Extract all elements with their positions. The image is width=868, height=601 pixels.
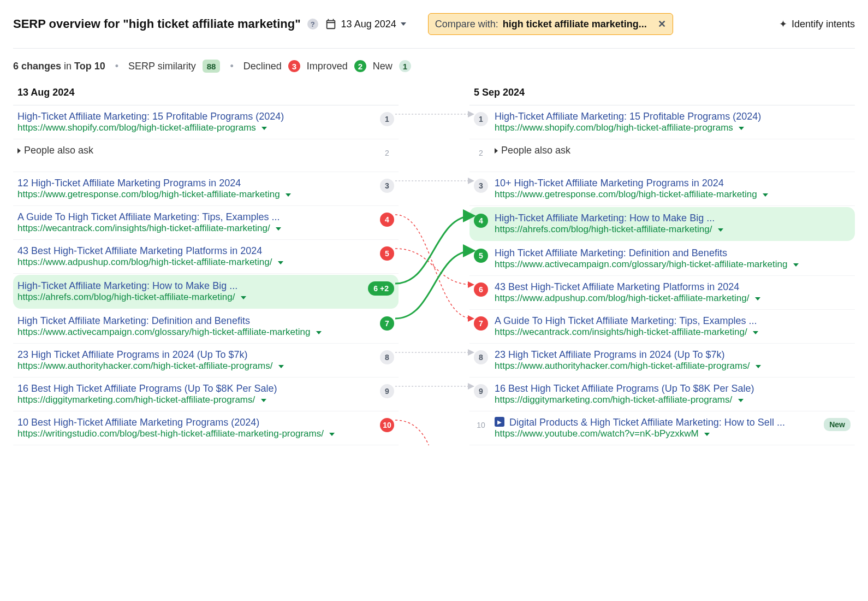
result-url[interactable]: https://wecantrack.com/insights/high-tic… <box>17 223 270 233</box>
caret-right-icon <box>17 148 21 154</box>
date-picker-value: 13 Aug 2024 <box>341 19 396 30</box>
chevron-down-icon[interactable] <box>278 261 283 264</box>
chevron-down-icon[interactable] <box>763 193 768 197</box>
result-title[interactable]: 16 Best High Ticket Affiliate Programs (… <box>495 383 851 394</box>
result-url[interactable]: https://www.shopify.com/blog/high-ticket… <box>495 122 733 133</box>
rank-badge: 7 <box>380 316 394 331</box>
result-title[interactable]: 10 Best High-Ticket Affiliate Marketing … <box>17 417 373 428</box>
date-picker[interactable]: 13 Aug 2024 <box>325 18 406 30</box>
result-url[interactable]: https://diggitymarketing.com/high-ticket… <box>495 394 732 405</box>
chevron-down-icon[interactable] <box>316 331 322 334</box>
rank-badge: 5 <box>380 246 394 261</box>
result-content: 43 Best High-Ticket Affiliate Marketing … <box>17 245 373 268</box>
declined-label: Declined <box>243 61 282 72</box>
result-url[interactable]: https://wecantrack.com/insights/high-tic… <box>495 327 747 337</box>
rank-badge: 3 <box>380 179 394 193</box>
close-icon[interactable]: ✕ <box>658 18 666 30</box>
result-title[interactable]: High Ticket Affiliate Marketing: Definit… <box>495 248 851 259</box>
result-url[interactable]: https://www.authorityhacker.com/high-tic… <box>495 361 750 371</box>
result-title[interactable]: High-Ticket Affiliate Marketing: How to … <box>495 213 851 224</box>
serp-result-row: 916 Best High Ticket Affiliate Programs … <box>13 378 399 411</box>
result-title[interactable]: A Guide To High Ticket Affiliate Marketi… <box>17 211 373 223</box>
result-title[interactable]: High-Ticket Affiliate Marketing: How to … <box>17 280 361 292</box>
result-url[interactable]: https://www.getresponse.com/blog/high-ti… <box>17 189 280 199</box>
chevron-down-icon[interactable] <box>261 399 266 402</box>
rank-badge: 10 <box>474 418 488 432</box>
result-content: High Ticket Affiliate Marketing: Definit… <box>17 315 373 338</box>
result-url[interactable]: https://www.activecampaign.com/glossary/… <box>17 327 310 337</box>
serp-result-row: 2People also ask <box>13 139 399 172</box>
chevron-down-icon[interactable] <box>278 365 284 368</box>
rank-badge: 1 <box>474 112 488 126</box>
chevron-down-icon[interactable] <box>261 127 267 130</box>
serp-result-row: 7High Ticket Affiliate Marketing: Defini… <box>13 310 399 344</box>
rank-badge: 7 <box>474 316 488 331</box>
help-icon[interactable]: ? <box>307 19 318 30</box>
result-content: High-Ticket Affiliate Marketing: How to … <box>17 280 361 303</box>
serp-result-row: 6 +2High-Ticket Affiliate Marketing: How… <box>13 275 399 309</box>
result-title[interactable]: High-Ticket Affiliate Marketing: 15 Prof… <box>495 111 851 122</box>
chevron-down-icon[interactable] <box>276 227 281 231</box>
compare-value: high ticket affiliate marketing... <box>503 19 647 30</box>
result-content: A Guide To High Ticket Affiliate Marketi… <box>17 211 373 234</box>
result-url[interactable]: https://writingstudio.com/blog/best-high… <box>17 428 324 439</box>
result-url[interactable]: https://www.adpushup.com/blog/high-ticke… <box>495 293 749 303</box>
rank-badge: 5 <box>474 249 488 263</box>
result-title[interactable]: High-Ticket Affiliate Marketing: 15 Prof… <box>17 111 373 122</box>
right-column-date: 5 Sep 2024 <box>469 84 855 105</box>
chevron-down-icon[interactable] <box>756 365 761 368</box>
result-title[interactable]: High Ticket Affiliate Marketing: Definit… <box>17 315 373 327</box>
result-content: High-Ticket Affiliate Marketing: How to … <box>495 213 851 235</box>
result-url[interactable]: https://diggitymarketing.com/high-ticket… <box>17 394 255 405</box>
chevron-down-icon[interactable] <box>286 193 291 197</box>
serp-similarity-badge: 88 <box>203 60 221 73</box>
chevron-down-icon[interactable] <box>739 127 744 130</box>
serp-result-row: 7A Guide To High Ticket Affiliate Market… <box>469 310 855 344</box>
serp-result-row: 823 High Ticket Affiliate Programs in 20… <box>13 344 399 378</box>
result-content: 12 High-Ticket Affiliate Marketing Progr… <box>17 178 373 200</box>
result-url[interactable]: https://www.adpushup.com/blog/high-ticke… <box>17 257 272 267</box>
serp-result-row: 916 Best High Ticket Affiliate Programs … <box>469 378 855 411</box>
result-title[interactable]: ▶ Digital Products & High Ticket Affilia… <box>495 417 817 428</box>
serp-result-row: 543 Best High-Ticket Affiliate Marketing… <box>13 240 399 274</box>
result-title[interactable]: 43 Best High-Ticket Affiliate Marketing … <box>17 245 373 257</box>
result-title[interactable]: 43 Best High-Ticket Affiliate Marketing … <box>495 281 851 293</box>
sparkle-icon: ✦ <box>779 18 787 30</box>
rank-badge: 4 <box>380 213 394 227</box>
serp-result-row: 1High-Ticket Affiliate Marketing: 15 Pro… <box>13 105 399 139</box>
chevron-down-icon[interactable] <box>755 297 760 300</box>
chevron-down-icon[interactable] <box>241 296 246 299</box>
rank-badge: 3 <box>474 179 488 193</box>
result-content: 10 Best High-Ticket Affiliate Marketing … <box>17 417 373 439</box>
result-title[interactable]: 23 High Ticket Affiliate Programs in 202… <box>495 349 851 361</box>
result-content: High-Ticket Affiliate Marketing: 15 Prof… <box>17 111 373 133</box>
chevron-down-icon[interactable] <box>704 433 710 436</box>
declined-count-badge: 3 <box>288 60 300 72</box>
result-url[interactable]: https://www.activecampaign.com/glossary/… <box>495 259 787 269</box>
result-url[interactable]: https://www.authorityhacker.com/high-tic… <box>17 361 272 371</box>
new-label: New <box>373 61 393 72</box>
serp-feature[interactable]: People also ask <box>495 145 851 156</box>
result-url[interactable]: https://www.youtube.com/watch?v=nK-bPyzx… <box>495 428 699 439</box>
result-url[interactable]: https://ahrefs.com/blog/high-ticket-affi… <box>17 292 235 302</box>
result-title[interactable]: 12 High-Ticket Affiliate Marketing Progr… <box>17 178 373 189</box>
chevron-down-icon[interactable] <box>793 263 799 267</box>
result-content: High-Ticket Affiliate Marketing: 15 Prof… <box>495 111 851 133</box>
serp-result-row: 823 High Ticket Affiliate Programs in 20… <box>469 344 855 378</box>
result-title[interactable]: 23 High Ticket Affiliate Programs in 202… <box>17 349 373 361</box>
result-title[interactable]: A Guide To High Ticket Affiliate Marketi… <box>495 315 851 327</box>
result-title[interactable]: 10+ High-Ticket Affiliate Marketing Prog… <box>495 178 851 189</box>
result-url[interactable]: https://ahrefs.com/blog/high-ticket-affi… <box>495 224 712 234</box>
compare-chip[interactable]: Compare with: high ticket affiliate mark… <box>428 13 673 35</box>
result-url[interactable]: https://www.shopify.com/blog/high-ticket… <box>17 122 256 133</box>
result-url[interactable]: https://www.getresponse.com/blog/high-ti… <box>495 189 757 199</box>
identify-intents-button[interactable]: ✦ Identify intents <box>779 18 855 30</box>
rank-badge: 2 <box>474 146 488 160</box>
chevron-down-icon[interactable] <box>718 228 723 232</box>
result-content: A Guide To High Ticket Affiliate Marketi… <box>495 315 851 338</box>
chevron-down-icon[interactable] <box>329 433 335 436</box>
result-title[interactable]: 16 Best High Ticket Affiliate Programs (… <box>17 383 373 394</box>
serp-feature[interactable]: People also ask <box>17 145 373 156</box>
chevron-down-icon[interactable] <box>753 331 758 334</box>
chevron-down-icon[interactable] <box>738 399 744 402</box>
